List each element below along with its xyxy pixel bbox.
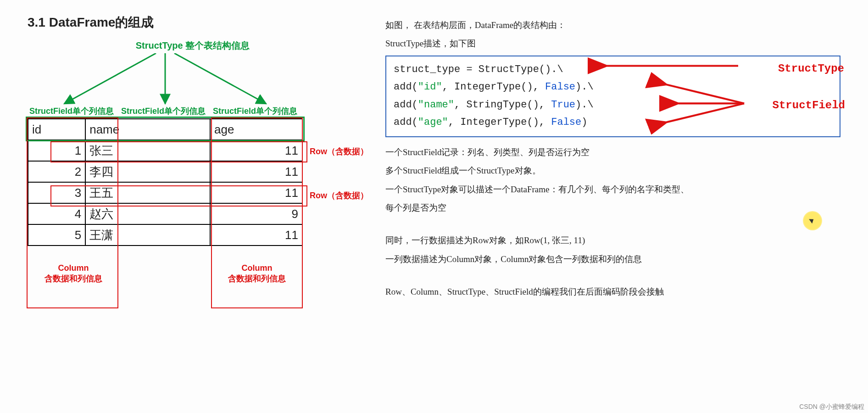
code-text: , StringType(),: [454, 99, 551, 111]
table-row: 3 王五 11: [28, 182, 302, 203]
code-line-1: struct_type = StructType().\: [394, 61, 832, 79]
para-4: 多个StructField组成一个StructType对象。: [385, 164, 840, 178]
code-keyword: True: [551, 99, 575, 111]
col-age-header: age: [210, 119, 302, 140]
cell-id: 5: [28, 224, 85, 246]
annot-structtype: StructType: [778, 59, 844, 78]
cell-name: 王五: [85, 182, 210, 203]
table-container: id name age 1 张三 11 2 李四: [28, 118, 358, 246]
column-label-title: Column: [242, 263, 273, 273]
para-8: 一列数据描述为Column对象，Column对象包含一列数据和列的信息: [385, 252, 840, 266]
code-text: , IntegerType(),: [442, 81, 545, 93]
para-9: Row、Column、StructType、StructField的编程我们在后…: [385, 285, 840, 299]
page: 3.1 DataFrame的组成 StructType 整个表结构信息 Stru…: [28, 14, 840, 304]
column-footer-labels: Column 含数据和列信息 Column 含数据和列信息: [28, 246, 303, 301]
row-label-0: Row（含数据）: [310, 146, 368, 157]
code-text: , IntegerType(),: [448, 117, 551, 128]
cell-id: 3: [28, 182, 85, 203]
cell-age: 11: [210, 182, 302, 203]
para-7: 同时，一行数据描述为Row对象，如Row(1, 张三, 11): [385, 234, 840, 247]
cell-name: 李四: [85, 161, 210, 182]
table-row: 2 李四 11: [28, 161, 302, 182]
cursor-highlight-icon: [803, 211, 822, 230]
table-header-row: id name age: [28, 119, 302, 140]
code-text: add(: [394, 99, 418, 111]
code-text: add(: [394, 117, 418, 128]
table-row: 5 王潇 11: [28, 224, 302, 246]
code-text: struct_type = StructType().\: [394, 64, 563, 75]
para-1: 如图， 在表结构层面，DataFrame的表结构由：: [385, 18, 840, 32]
code-text: ).\: [575, 81, 594, 93]
table-row: 1 张三 11: [28, 140, 302, 161]
para-5: 一个StructType对象可以描述一个DataFrame：有几个列、每个列的名…: [385, 183, 840, 196]
left-column: 3.1 DataFrame的组成 StructType 整个表结构信息 Stru…: [28, 14, 358, 301]
cell-id: 1: [28, 140, 85, 161]
code-string: "id": [418, 81, 442, 93]
data-table: id name age 1 张三 11 2 李四: [28, 118, 303, 246]
column-label-sub: 含数据和列信息: [228, 273, 286, 284]
para-3: 一个StructField记录：列名、列类型、列是否运行为空: [385, 145, 840, 159]
code-line-3: add("name", StringType(), True).\: [394, 96, 832, 114]
cell-age: 11: [210, 140, 302, 161]
code-string: "age": [418, 117, 448, 128]
para-6: 每个列是否为空: [385, 201, 840, 215]
cell-age: 11: [210, 224, 302, 246]
code-keyword: False: [545, 81, 575, 93]
cell-age: 9: [210, 203, 302, 224]
code-line-2: add("id", IntegerType(), False).\: [394, 78, 832, 96]
right-column: 如图， 在表结构层面，DataFrame的表结构由： StructType描述，…: [385, 14, 840, 304]
diagram: StructType 整个表结构信息 StructField单个列信息 Stru…: [28, 39, 358, 301]
code-text: ).\: [575, 99, 594, 111]
column-label-title: Column: [58, 263, 89, 273]
cell-id: 2: [28, 161, 85, 182]
row-label-1: Row（含数据）: [310, 190, 368, 201]
svg-line-2: [174, 53, 266, 104]
code-keyword: False: [551, 117, 581, 128]
column-label-id: Column 含数据和列信息: [28, 246, 119, 301]
column-label-spacer: [119, 246, 211, 301]
cell-name: 张三: [85, 140, 210, 161]
column-label-age: Column 含数据和列信息: [211, 246, 303, 301]
col-name-header: name: [85, 119, 210, 140]
cell-id: 4: [28, 203, 85, 224]
structtype-label: StructType 整个表结构信息: [136, 39, 250, 52]
code-string: "name": [418, 99, 454, 111]
col-id-header: id: [28, 119, 85, 140]
code-text: ): [581, 117, 587, 128]
annot-structfield: StructField: [773, 96, 845, 115]
code-text: add(: [394, 81, 418, 93]
cell-age: 11: [210, 161, 302, 182]
table-row: 4 赵六 9: [28, 203, 302, 224]
cell-name: 王潇: [85, 224, 210, 246]
para-2: StructType描述，如下图: [385, 37, 840, 50]
code-box: struct_type = StructType().\ add("id", I…: [385, 56, 840, 137]
section-title: 3.1 DataFrame的组成: [28, 14, 358, 31]
structtype-arrows: [28, 53, 303, 106]
cell-name: 赵六: [85, 203, 210, 224]
svg-line-0: [64, 53, 156, 104]
column-label-sub: 含数据和列信息: [45, 273, 102, 284]
code-line-4: add("age", IntegerType(), False): [394, 114, 832, 132]
